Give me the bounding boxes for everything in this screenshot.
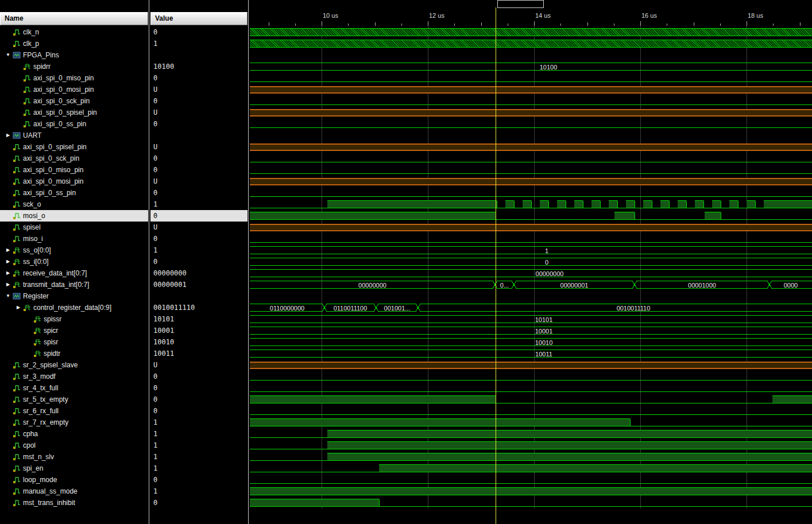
signal-row-axi_spi_0_sck_pin[interactable]: axi_spi_0_sck_pin [0, 95, 148, 107]
signal-value-row-ss_o[0:0][interactable]: 1 [150, 244, 248, 256]
signal-value-row-cpha[interactable]: 1 [150, 428, 248, 440]
expand-icon[interactable]: ▶ [14, 302, 23, 313]
signal-value-row-manual_ss_mode[interactable]: 1 [150, 486, 248, 497]
signal-value-row-receive_data_int[0:7][interactable]: 00000000 [150, 267, 248, 279]
wave-sr_7_rx_empty[interactable] [250, 417, 812, 428]
signal-value-row-axi_spi_0_mosi_pin[interactable]: U [150, 176, 248, 187]
signal-value-row-mst_n_slv[interactable]: 1 [150, 451, 248, 463]
signal-value-row-spissr[interactable]: 10101 [150, 313, 248, 325]
signal-row-UART[interactable]: ▶UART [0, 130, 148, 141]
wave-loop_mode[interactable] [250, 474, 812, 486]
wave-axi_spi_0_ss_pin[interactable] [250, 118, 812, 130]
signal-value-row-axi_spi_0_spisel_pin[interactable]: U [150, 141, 248, 153]
signal-value-row-axi_spi_0_miso_pin[interactable]: 0 [150, 72, 248, 84]
signal-value-row-axi_spi_0_ss_pin[interactable]: 0 [150, 118, 248, 130]
expand-icon[interactable]: ▶ [3, 130, 13, 141]
signal-row-control_register_data[0:9][interactable]: ▶control_register_data[0:9] [0, 302, 148, 313]
signal-value-row-axi_spi_0_sck_pin[interactable]: 0 [150, 95, 248, 107]
signal-row-ss_o[0:0][interactable]: ▶ss_o[0:0] [0, 244, 148, 256]
signal-value-row-Register[interactable] [150, 290, 248, 302]
signal-row-sr_7_rx_empty[interactable]: sr_7_rx_empty [0, 417, 148, 428]
signal-value-row-spisr[interactable]: 10010 [150, 336, 248, 348]
wave-control_register_data[0:9][interactable]: 01100000000110011100001001...0010011110 [250, 302, 812, 313]
wave-mosi_o[interactable] [250, 210, 812, 222]
wave-axi_spi_0_spisel_pin[interactable] [250, 141, 812, 153]
wave-UART[interactable] [250, 130, 812, 141]
signal-value-row-transmit_data_int[0:7][interactable]: 00000001 [150, 279, 248, 290]
wave-mst_trans_inhibit[interactable] [250, 497, 812, 509]
signal-value-row-spisel[interactable]: U [150, 222, 248, 233]
time-cursor[interactable] [496, 7, 496, 524]
wave-ss_o[0:0][interactable]: 1 [250, 244, 812, 256]
panel-splitter-name-value[interactable] [149, 0, 149, 524]
wave-axi_spi_0_miso_pin[interactable] [250, 72, 812, 84]
signal-row-axi_spi_0_mosi_pin[interactable]: axi_spi_0_mosi_pin [0, 176, 148, 187]
signal-value-row-sck_o[interactable]: 1 [150, 199, 248, 210]
name-column-header[interactable]: Name [0, 12, 148, 25]
wave-manual_ss_mode[interactable] [250, 486, 812, 497]
wave-clk_n[interactable] [250, 26, 812, 38]
wave-sr_2_spisel_slave[interactable] [250, 359, 812, 371]
signal-row-FPGA_Pins[interactable]: ▼FPGA_Pins [0, 49, 148, 61]
signal-row-ss_i[0:0][interactable]: ▶ss_i[0:0] [0, 256, 148, 267]
wave-FPGA_Pins[interactable] [250, 49, 812, 61]
wave-spisel[interactable] [250, 222, 812, 233]
signal-row-axi_spi_0_miso_pin[interactable]: axi_spi_0_miso_pin [0, 164, 148, 176]
signal-value-row-spi_en[interactable]: 1 [150, 463, 248, 474]
expand-icon[interactable]: ▶ [3, 244, 13, 256]
signal-row-cpha[interactable]: cpha [0, 428, 148, 440]
wave-miso_i[interactable] [250, 233, 812, 244]
signal-row-clk_p[interactable]: clk_p [0, 38, 148, 49]
signal-row-mosi_o[interactable]: mosi_o [0, 210, 148, 222]
wave-axi_spi_0_miso_pin[interactable] [250, 164, 812, 176]
signal-value-row-loop_mode[interactable]: 0 [150, 474, 248, 486]
signal-value-row-control_register_data[0:9][interactable]: 0010011110 [150, 302, 248, 313]
signal-row-mst_trans_inhibit[interactable]: mst_trans_inhibit [0, 497, 148, 509]
signal-value-row-ss_i[0:0][interactable]: 0 [150, 256, 248, 267]
signal-value-row-axi_spi_0_ss_pin[interactable]: 0 [150, 187, 248, 199]
signal-value-row-mst_trans_inhibit[interactable]: 0 [150, 497, 248, 509]
signal-value-row-axi_spi_0_spisel_pin[interactable]: U [150, 107, 248, 118]
wave-axi_spi_0_sck_pin[interactable] [250, 95, 812, 107]
signal-row-spissr[interactable]: spissr [0, 313, 148, 325]
signal-value-row-sr_7_rx_empty[interactable]: 1 [150, 417, 248, 428]
signal-value-row-sr_2_spisel_slave[interactable]: U [150, 359, 248, 371]
signal-row-transmit_data_int[0:7][interactable]: ▶transmit_data_int[0:7] [0, 279, 148, 290]
wave-cpol[interactable] [250, 440, 812, 451]
signal-value-row-sr_4_tx_full[interactable]: 0 [150, 382, 248, 394]
wave-clk_p[interactable] [250, 38, 812, 49]
signal-row-manual_ss_mode[interactable]: manual_ss_mode [0, 486, 148, 497]
signal-row-sr_2_spisel_slave[interactable]: sr_2_spisel_slave [0, 359, 148, 371]
wave-sr_5_tx_empty[interactable] [250, 394, 812, 405]
wave-spi_en[interactable] [250, 463, 812, 474]
signal-value-row-spidtr[interactable]: 10011 [150, 348, 248, 359]
signal-row-axi_spi_0_sck_pin[interactable]: axi_spi_0_sck_pin [0, 153, 148, 164]
wave-cpha[interactable] [250, 428, 812, 440]
signal-row-axi_spi_0_ss_pin[interactable]: axi_spi_0_ss_pin [0, 118, 148, 130]
signal-row-axi_spi_0_spisel_pin[interactable]: axi_spi_0_spisel_pin [0, 141, 148, 153]
wave-Register[interactable] [250, 290, 812, 302]
wave-spidtr[interactable]: 10011 [250, 348, 812, 359]
signal-row-sr_4_tx_full[interactable]: sr_4_tx_full [0, 382, 148, 394]
signal-value-row-sr_6_rx_full[interactable]: 0 [150, 405, 248, 417]
signal-row-spidrr[interactable]: spidrr [0, 61, 148, 72]
signal-row-sr_3_modf[interactable]: sr_3_modf [0, 371, 148, 382]
wave-sr_6_rx_full[interactable] [250, 405, 812, 417]
value-column-header[interactable]: Value [150, 12, 248, 25]
signal-value-row-axi_spi_0_sck_pin[interactable]: 0 [150, 153, 248, 164]
signal-row-Register[interactable]: ▼Register [0, 290, 148, 302]
signal-value-row-axi_spi_0_mosi_pin[interactable]: U [150, 84, 248, 95]
signal-value-row-axi_spi_0_miso_pin[interactable]: 0 [150, 164, 248, 176]
wave-sck_o[interactable] [250, 199, 812, 210]
expand-icon[interactable]: ▶ [3, 267, 13, 279]
signal-row-cpol[interactable]: cpol [0, 440, 148, 451]
signal-row-axi_spi_0_mosi_pin[interactable]: axi_spi_0_mosi_pin [0, 84, 148, 95]
wave-mst_n_slv[interactable] [250, 451, 812, 463]
signal-row-spisr[interactable]: spisr [0, 336, 148, 348]
collapse-icon[interactable]: ▼ [3, 290, 13, 302]
signal-row-spidtr[interactable]: spidtr [0, 348, 148, 359]
expand-icon[interactable]: ▶ [3, 256, 13, 267]
signal-row-miso_i[interactable]: miso_i [0, 233, 148, 244]
signal-row-clk_n[interactable]: clk_n [0, 26, 148, 38]
wave-axi_spi_0_sck_pin[interactable] [250, 153, 812, 164]
